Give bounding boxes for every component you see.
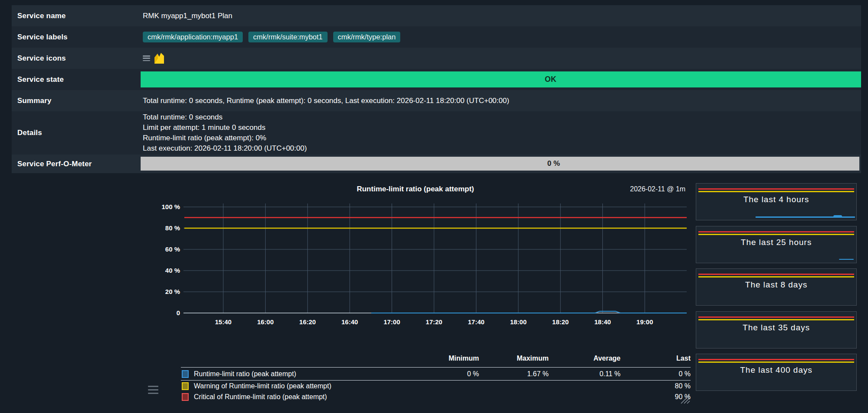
timeseries-chart[interactable]: 15:4016:0016:2016:4017:0017:2017:4018:00… [143,195,688,330]
crit-line [698,316,854,318]
x-tick-label: 16:20 [299,318,316,326]
legend-row-warning: Warning of Runtime-limit ratio (peak att… [181,381,691,391]
y-tick-label: 100 % [161,203,180,210]
row-details: Details Total runtime: 0 seconds Limit p… [12,111,861,155]
details-line: Runtime-limit ratio (peak attempt): 0% [143,133,307,143]
service-label-badge: cmk/rmk/suite:mybot1 [248,32,327,43]
service-label-badge: cmk/rmk/type:plan [333,32,401,43]
menu-icon[interactable] [143,55,150,61]
y-tick-label: 60 % [165,245,180,253]
resize-handle[interactable] [678,392,691,405]
legend-value-last: 0 % [620,370,691,378]
row-perfometer: Service Perf-O-Meter 0 % [12,155,861,173]
perfometer-value: 0 % [248,157,859,171]
legend-header: Minimum Maximum Average Last [181,348,691,368]
warning-swatch [182,382,189,390]
graph-title: Runtime-limit ratio (peak attempt) [143,185,688,194]
preview-series-bump [833,215,842,216]
x-tick-label: 18:00 [510,318,527,326]
row-service-icons: Service icons [12,48,861,69]
service-icons-label: Service icons [12,54,141,63]
warn-line [698,276,854,277]
summary-label: Summary [12,97,141,105]
row-service-state: Service state OK [12,69,861,90]
critical-swatch [182,393,189,401]
legend-warning-name: Warning of Runtime-limit ratio (peak att… [194,382,331,390]
service-info-table: Service name RMK myapp1_mybot1 Plan Serv… [12,5,861,173]
legend-value-avg: 0.11 % [549,370,620,378]
row-service-labels: Service labels cmk/rmk/application:myapp… [12,26,861,48]
preview-last-400-days[interactable]: The last 400 days [696,354,857,391]
perfometer-bar: 0 % [141,157,859,171]
row-service-name: Service name RMK myapp1_mybot1 Plan [12,5,861,26]
graph-header: Runtime-limit ratio (peak attempt) 2026-… [143,185,688,195]
x-tick-label: 18:20 [552,318,569,326]
x-tick-label: 18:40 [594,318,611,326]
details-label: Details [12,129,141,137]
graph-icon[interactable] [154,52,165,64]
warn-line [698,361,854,363]
crit-line [698,359,854,360]
preview-label: The last 400 days [696,365,856,375]
preview-label: The last 4 hours [696,195,856,204]
x-tick-label: 17:40 [468,318,484,326]
warn-line [698,319,854,320]
legend-row-critical: Critical of Runtime-limit ratio (peak at… [181,391,691,402]
legend-value-min: 0 % [410,370,479,378]
series-line [371,311,687,313]
graph-period-label: 2026-02-11 @ 1m [630,185,685,193]
service-name-label: Service name [12,12,141,20]
details-line: Limit per attempt: 1 minute 0 seconds [143,123,307,133]
legend-row-series: Runtime-limit ratio (peak attempt) 0 % 1… [181,368,691,381]
details-line: Last execution: 2026-02-11 18:20:00 (UTC… [143,143,307,154]
legend-critical-name: Critical of Runtime-limit ratio (peak at… [194,393,327,401]
perfometer-label: Service Perf-O-Meter [12,160,141,168]
service-detail-page: { "colors": { "ok": "#16d18b", "badge": … [0,0,868,413]
x-tick-label: 16:40 [341,318,358,326]
row-summary: Summary Total runtime: 0 seconds, Runtim… [12,90,861,111]
preview-series-line [839,259,854,260]
x-tick-label: 17:20 [426,318,442,326]
preview-label: The last 8 days [696,280,856,290]
crit-line [698,231,854,232]
series-swatch [182,370,189,378]
preview-last-35-days[interactable]: The last 35 days [696,311,857,348]
y-tick-label: 20 % [165,288,180,295]
service-state-bar: OK [141,71,861,87]
preview-last-25-hours[interactable]: The last 25 hours [696,226,857,263]
legend-col-average: Average [549,355,620,362]
preview-last-4-hours[interactable]: The last 4 hours [696,183,857,220]
preview-label: The last 35 days [696,323,856,332]
preview-last-8-days[interactable]: The last 8 days [696,268,857,306]
y-tick-label: 0 [177,309,180,316]
legend-series-name: Runtime-limit ratio (peak attempt) [194,370,296,378]
legend-col-last: Last [620,355,691,362]
time-range-previews: The last 4 hours The last 25 hours The l… [696,183,857,397]
service-label-badge: cmk/rmk/application:myapp1 [143,32,243,43]
service-labels-label: Service labels [12,33,141,42]
x-tick-label: 15:40 [215,318,231,326]
legend-col-maximum: Maximum [479,355,549,362]
details-line: Total runtime: 0 seconds [143,112,307,123]
details-value: Total runtime: 0 seconds Limit per attem… [143,112,307,154]
service-state-value: OK [240,71,861,87]
service-state-label: Service state [12,75,141,84]
crit-line [698,188,854,190]
summary-value: Total runtime: 0 seconds, Runtime (peak … [143,97,509,105]
x-tick-label: 16:00 [257,318,273,326]
x-tick-label: 19:00 [637,318,653,326]
graph-legend: Minimum Maximum Average Last Runtime-lim… [181,348,691,402]
preview-label: The last 25 hours [696,238,856,247]
graph-menu-icon[interactable] [148,386,158,394]
y-tick-label: 40 % [165,267,180,274]
legend-value-last: 80 % [620,382,691,390]
crit-line [698,274,854,275]
legend-value-max: 1.67 % [479,370,549,378]
warn-line [698,191,854,192]
warn-line [698,234,854,235]
service-name-value: RMK myapp1_mybot1 Plan [143,12,232,20]
x-tick-label: 17:00 [383,318,400,326]
preview-series-line [755,216,855,218]
legend-col-minimum: Minimum [410,355,479,362]
y-tick-label: 80 % [165,224,180,232]
